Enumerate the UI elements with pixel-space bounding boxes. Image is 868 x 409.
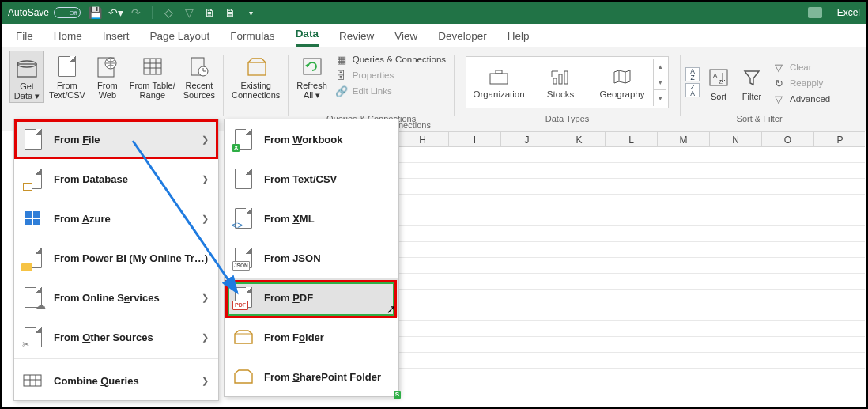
menu-item-icon: ✂	[22, 326, 44, 348]
menu-item-from-workbook[interactable]: XFrom Workbook	[225, 119, 398, 159]
col-header-L[interactable]: L	[606, 132, 658, 146]
menu-item-from-pdf[interactable]: PDFFrom PDF	[225, 278, 398, 317]
menu-item-from-azure[interactable]: From Azure❯	[14, 199, 218, 238]
menu-item-combine-queries[interactable]: Combine Queries❯	[14, 361, 218, 400]
menu-item-icon	[22, 168, 44, 190]
col-header-N[interactable]: N	[710, 132, 762, 146]
menu-item-label: From SharePoint Folder	[264, 371, 389, 383]
col-header-H[interactable]: H	[397, 132, 449, 146]
queries-icon: ▦	[335, 53, 348, 66]
menu-item-label: Combine Queries	[54, 375, 192, 387]
menu-item-from-folder[interactable]: From Folder	[225, 317, 398, 357]
autosave-toggle[interactable]: AutoSave Off	[8, 7, 81, 18]
properties-button[interactable]: 🗄Properties	[332, 68, 449, 82]
tab-formulas[interactable]: Formulas	[230, 30, 274, 47]
tab-data[interactable]: Data	[296, 28, 319, 47]
menu-item-label: From PDF	[264, 292, 389, 304]
undo-icon[interactable]: ↶▾	[109, 6, 122, 19]
menu-item-from-database[interactable]: From Database❯	[14, 159, 218, 199]
refresh-all-button[interactable]: Refresh All ▾	[293, 51, 330, 101]
table-icon	[140, 54, 165, 79]
tab-insert[interactable]: Insert	[103, 30, 130, 47]
menu-item-from-json[interactable]: JSONFrom JSON	[225, 238, 398, 278]
gallery-down-icon[interactable]: ▾	[654, 74, 666, 90]
gallery-up-icon[interactable]: ▴	[654, 59, 666, 74]
sort-icon: AZ	[706, 65, 731, 90]
edit-links-icon: 🔗	[335, 85, 348, 97]
refresh-icon	[300, 54, 325, 79]
col-header-O[interactable]: O	[762, 132, 814, 146]
menu-item-from-text-csv[interactable]: From Text/CSV	[225, 159, 398, 199]
svg-rect-15	[496, 70, 502, 74]
map-icon	[611, 66, 633, 88]
save-icon[interactable]: 💾	[89, 6, 101, 19]
menu-item-icon: PDF	[232, 286, 255, 309]
datatype-stocks[interactable]: Stocks	[530, 62, 591, 102]
svg-rect-12	[304, 59, 321, 74]
menu-item-icon: X	[232, 128, 255, 150]
menu-item-label: From JSON	[264, 252, 389, 264]
eraser-icon[interactable]: ◇	[162, 6, 175, 19]
chevron-right-icon: ❯	[202, 214, 209, 224]
menu-item-icon: ☁	[22, 286, 44, 309]
col-header-I[interactable]: I	[449, 132, 501, 146]
menu-item-from-file[interactable]: From File❯	[14, 119, 218, 159]
sort-desc-button[interactable]: ZA	[685, 83, 700, 97]
reapply-button[interactable]: ↻Reapply	[769, 76, 833, 90]
svg-rect-14	[490, 74, 508, 84]
spreadsheet-grid[interactable]	[397, 147, 865, 406]
recent-sources-button[interactable]: Recent Sources	[180, 51, 218, 101]
clear-filter-button[interactable]: ▽Clear	[769, 60, 833, 74]
gallery-more-icon[interactable]: ▾	[654, 90, 666, 106]
from-textcsv-button[interactable]: From Text/CSV	[46, 51, 89, 101]
tab-help[interactable]: Help	[508, 30, 530, 47]
svg-rect-17	[559, 74, 562, 84]
menu-item-label: From Database	[54, 173, 192, 185]
menu-item-label: From Azure	[54, 213, 192, 225]
col-header-P[interactable]: P	[814, 132, 866, 146]
web-icon	[95, 54, 120, 79]
redo-icon[interactable]: ↷	[130, 6, 142, 19]
menu-item-label: From Power BI (My Online Tr…)	[54, 252, 209, 264]
chevron-right-icon: ❯	[202, 332, 209, 343]
datatype-organization[interactable]: Organization	[468, 62, 530, 102]
col-header-M[interactable]: M	[658, 132, 710, 146]
page-config-icon[interactable]: 🗎	[224, 6, 236, 19]
existing-connections-button[interactable]: Existing Connections	[228, 51, 283, 101]
gallery-scroll: ▴ ▾ ▾	[653, 59, 666, 106]
menu-item-from-online-services[interactable]: ☁From Online Services❯	[14, 278, 218, 317]
page-add-icon[interactable]: 🗎	[203, 6, 216, 19]
filter-button[interactable]: Filter	[736, 62, 768, 103]
queries-connections-button[interactable]: ▦Queries & Connections	[332, 52, 449, 66]
tab-developer[interactable]: Developer	[438, 30, 487, 47]
menu-item-from-other-sources[interactable]: ✂From Other Sources❯	[14, 317, 218, 357]
account-area[interactable]: – Excel	[808, 7, 860, 18]
menu-item-from-power-bi-my-online-tr[interactable]: From Power BI (My Online Tr…)	[14, 238, 218, 278]
advanced-filter-button[interactable]: ▽Advanced	[769, 92, 833, 106]
svg-text:A: A	[713, 72, 718, 79]
menu-item-from-sharepoint-folder[interactable]: SFrom SharePoint Folder	[225, 357, 398, 396]
textcsv-icon	[55, 54, 80, 79]
sort-asc-button[interactable]: AZ	[685, 67, 700, 81]
tab-file[interactable]: File	[16, 30, 33, 47]
get-data-button[interactable]: Get Data ▾	[9, 51, 44, 103]
edit-links-button[interactable]: 🔗Edit Links	[332, 84, 449, 98]
qat-more-icon[interactable]: ▾	[244, 6, 257, 19]
sort-button[interactable]: AZ Sort	[703, 62, 734, 103]
tab-review[interactable]: Review	[339, 30, 374, 47]
autosave-label: AutoSave	[8, 7, 49, 18]
menu-item-label: From Workbook	[264, 134, 389, 146]
menu-item-from-xml[interactable]: <>From XML	[225, 199, 398, 238]
tab-home[interactable]: Home	[54, 30, 82, 47]
filter-clear-icon[interactable]: ▽	[183, 6, 195, 19]
col-header-K[interactable]: K	[553, 132, 606, 146]
svg-rect-18	[564, 71, 568, 84]
tab-view[interactable]: View	[394, 30, 417, 47]
tab-page-layout[interactable]: Page Layout	[150, 30, 210, 47]
col-header-J[interactable]: J	[501, 132, 553, 146]
datatype-geography[interactable]: Geography	[591, 62, 653, 102]
from-file-submenu: XFrom WorkbookFrom Text/CSV<>From XMLJSO…	[224, 119, 399, 397]
ribbon-tabs: FileHomeInsertPage LayoutFormulasDataRev…	[2, 24, 866, 47]
from-table-button[interactable]: From Table/ Range	[126, 51, 179, 101]
from-web-button[interactable]: From Web	[90, 51, 125, 101]
